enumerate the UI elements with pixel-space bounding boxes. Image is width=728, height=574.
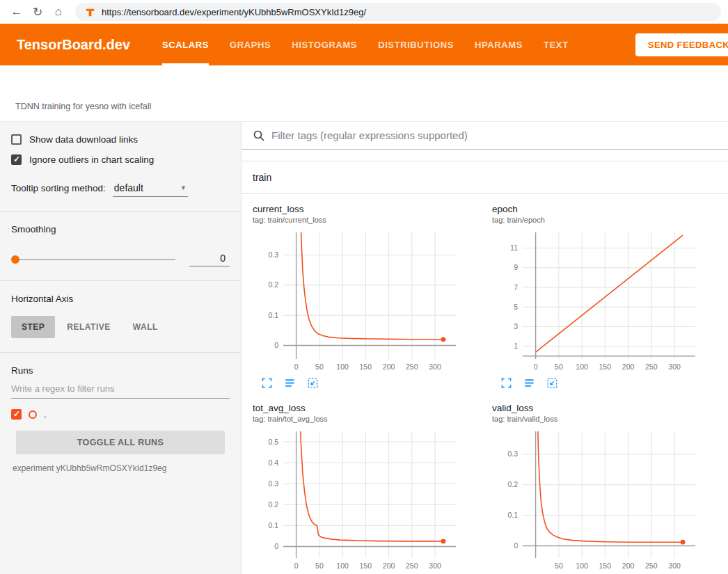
line-chart[interactable]: 00.10.20.350100150200250300 [492, 427, 701, 574]
line-chart[interactable]: 1357911050100150200250300 [492, 228, 701, 376]
svg-text:0.2: 0.2 [268, 500, 278, 509]
ignore-outliers-label: Ignore outliers in chart scaling [29, 154, 154, 165]
chart-title: tot_avg_loss [253, 403, 489, 413]
svg-text:0.2: 0.2 [507, 480, 518, 488]
show-download-links-checkbox[interactable] [11, 134, 22, 145]
chart-title: epoch [492, 204, 728, 214]
runs-filter-input[interactable] [11, 377, 230, 399]
expand-chart-icon[interactable] [500, 377, 512, 389]
svg-text:0: 0 [534, 362, 538, 371]
chart-card: valid_loss tag: train/valid_loss 00.10.2… [492, 403, 728, 574]
line-chart[interactable]: 00.10.20.30.40.5050100150200250300 [253, 427, 461, 574]
smoothing-slider-row: 0 [11, 253, 230, 266]
svg-text:0.1: 0.1 [268, 521, 278, 529]
run-checkbox[interactable] [11, 409, 22, 420]
tensorboard-favicon [85, 7, 95, 17]
axis-option-wall[interactable]: WALL [122, 316, 168, 338]
svg-text:150: 150 [599, 362, 612, 371]
svg-text:0.3: 0.3 [507, 449, 518, 458]
svg-text:300: 300 [429, 362, 441, 371]
chart-card: epoch tag: train/epoch 13579110501001502… [492, 204, 728, 389]
svg-text:250: 250 [406, 561, 418, 570]
svg-text:50: 50 [555, 561, 563, 570]
svg-text:0: 0 [294, 362, 299, 371]
svg-text:9: 9 [514, 263, 518, 271]
tooltip-sorting-row: Tooltip sorting method: default ▼ [11, 182, 230, 197]
fit-domain-icon[interactable] [307, 377, 319, 389]
chart-toolbar [492, 377, 728, 389]
smoothing-slider-thumb[interactable] [11, 255, 19, 264]
app-logo: TensorBoard.dev [17, 37, 130, 53]
ignore-outliers-checkbox[interactable] [11, 154, 22, 165]
tab-scalars[interactable]: SCALARS [162, 24, 209, 65]
svg-text:1: 1 [514, 342, 518, 350]
svg-text:250: 250 [406, 362, 418, 371]
svg-text:0: 0 [274, 542, 278, 550]
tooltip-sorting-dropdown[interactable]: default ▼ [113, 182, 188, 197]
smoothing-slider[interactable] [11, 259, 175, 260]
tab-text[interactable]: TEXT [544, 24, 569, 65]
svg-text:200: 200 [622, 561, 635, 570]
chart-tag: tag: train/epoch [492, 216, 728, 224]
chart-toolbar [253, 377, 489, 389]
experiment-id-caption: experiment yKUbhb5wRmOSXYkId1z9eg [11, 463, 230, 473]
toggle-all-runs-button[interactable]: TOGGLE ALL RUNS [16, 431, 225, 454]
tag-filter-input[interactable] [271, 129, 717, 141]
chevron-down-icon: ▼ [180, 184, 187, 191]
tooltip-sorting-value: default [114, 182, 143, 193]
svg-text:50: 50 [555, 362, 563, 371]
axis-option-step[interactable]: STEP [11, 316, 55, 338]
scalars-main: train current_loss tag: train/current_lo… [242, 122, 728, 574]
experiment-subheader: TDNN training for yesno with icefall [0, 65, 728, 121]
svg-text:50: 50 [315, 561, 324, 570]
run-row[interactable]: . [11, 409, 230, 420]
chart-card: tot_avg_loss tag: train/tot_avg_loss 00.… [253, 403, 489, 574]
show-download-links-row[interactable]: Show data download links [11, 134, 230, 145]
svg-text:200: 200 [383, 561, 395, 570]
fit-domain-icon[interactable] [546, 377, 558, 389]
runs-label: Runs [11, 365, 230, 376]
axis-option-relative[interactable]: RELATIVE [56, 316, 120, 338]
svg-text:0: 0 [294, 561, 299, 570]
svg-text:0.3: 0.3 [268, 250, 278, 259]
tab-histograms[interactable]: HISTOGRAMS [292, 24, 357, 65]
chart-title: valid_loss [492, 403, 728, 413]
app-header: TensorBoard.dev SCALARSGRAPHSHISTOGRAMSD… [0, 24, 728, 65]
expand-chart-icon[interactable] [261, 377, 273, 389]
show-download-links-label: Show data download links [29, 134, 138, 145]
run-data-icon[interactable] [284, 377, 296, 389]
runs-section: Runs . TOGGLE ALL RUNS experiment yKUbhb… [0, 353, 241, 487]
ignore-outliers-row[interactable]: Ignore outliers in chart scaling [11, 154, 230, 165]
train-section-card: train current_loss tag: train/current_lo… [242, 161, 728, 574]
svg-text:0: 0 [274, 341, 278, 349]
svg-text:100: 100 [576, 561, 588, 570]
horizontal-axis-buttons: STEPRELATIVEWALL [11, 316, 230, 338]
tab-hparams[interactable]: HPARAMS [475, 24, 523, 65]
back-icon[interactable]: ← [7, 2, 26, 22]
send-feedback-button[interactable]: SEND FEEDBACK [635, 33, 728, 56]
smoothing-label: Smoothing [11, 224, 230, 234]
svg-text:150: 150 [360, 362, 372, 371]
svg-text:0.2: 0.2 [268, 280, 278, 289]
experiment-description: TDNN training for yesno with icefall [15, 102, 151, 111]
smoothing-section: Smoothing 0 [0, 212, 241, 281]
reload-icon[interactable]: ↻ [28, 2, 47, 22]
train-section-header[interactable]: train [242, 161, 728, 194]
svg-text:100: 100 [576, 362, 588, 371]
search-icon [253, 129, 265, 142]
tab-distributions[interactable]: DISTRIBUTIONS [378, 24, 454, 65]
browser-toolbar: ← ↻ ⌂ https://tensorboard.dev/experiment… [0, 0, 728, 24]
svg-text:50: 50 [315, 362, 324, 371]
svg-text:300: 300 [668, 362, 681, 371]
run-color-swatch [29, 410, 37, 419]
home-icon[interactable]: ⌂ [49, 2, 68, 22]
svg-text:200: 200 [622, 362, 635, 371]
tab-graphs[interactable]: GRAPHS [230, 24, 271, 65]
line-chart[interactable]: 00.10.20.3050100150200250300 [253, 228, 461, 376]
horizontal-axis-label: Horizontal Axis [11, 294, 230, 304]
svg-text:11: 11 [510, 244, 518, 252]
smoothing-value[interactable]: 0 [189, 253, 230, 266]
run-data-icon[interactable] [523, 377, 535, 389]
address-bar[interactable]: https://tensorboard.dev/experiment/yKUbh… [75, 3, 721, 21]
svg-text:300: 300 [668, 561, 681, 570]
